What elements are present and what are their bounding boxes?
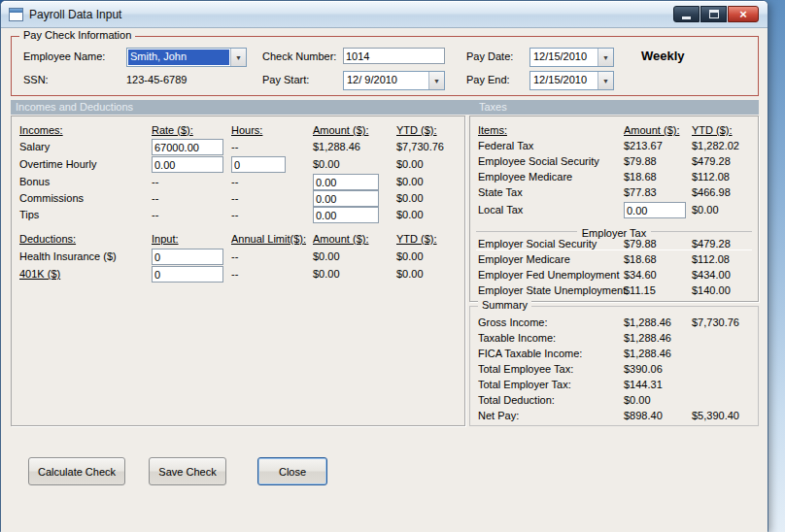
salary-rate-input[interactable] — [152, 139, 223, 155]
hours-col-header: Hours: — [231, 124, 262, 136]
tax-name: Employee Medicare — [478, 171, 572, 183]
pay-end-label: Pay End: — [466, 74, 510, 85]
income-ytd: $0.00 — [396, 158, 424, 170]
tax-ytd: $140.00 — [692, 284, 731, 296]
deduction-amount: $0.00 — [313, 250, 340, 262]
section-header-bar: Incomes and Deductions Taxes — [11, 100, 759, 115]
tax-name: Employer State Unemployment — [478, 284, 626, 296]
taxes-section-header: Taxes — [479, 101, 507, 113]
tax-row-employer-medicare: Employer Medicare $18.68 $112.08 — [470, 253, 758, 269]
tax-ytd: $1,282.02 — [692, 140, 739, 151]
tax-row-state: State Tax $77.83 $466.98 — [470, 186, 758, 202]
incomes-section-header: Incomes and Deductions — [16, 101, 133, 113]
close-window-button[interactable]: × — [728, 6, 759, 22]
tax-ytd: $112.08 — [692, 253, 730, 265]
titlebar[interactable]: Payroll Data Input × — [1, 1, 768, 28]
ytd-col-header: YTD ($): — [396, 233, 437, 245]
employee-name-value: Smith, John — [128, 50, 229, 65]
tax-row-employer-fed-unemployment: Employer Fed Unemployment $34.60 $434.00 — [470, 269, 758, 284]
rate-col-header: Rate ($): — [152, 124, 193, 136]
income-ytd: $0.00 — [396, 209, 424, 220]
health-insurance-input[interactable] — [152, 249, 223, 265]
income-amount: $1,288.46 — [313, 141, 360, 152]
maximize-button[interactable] — [700, 6, 727, 22]
pay-end-value: 12/15/2010 — [530, 72, 597, 89]
overtime-hours-input[interactable] — [231, 156, 286, 173]
employee-name-select[interactable]: Smith, John ▼ — [126, 48, 247, 67]
chevron-down-icon: ▼ — [597, 72, 613, 89]
incomes-header-row: Incomes: Rate ($): Hours: Amount ($): YT… — [12, 124, 464, 140]
incomes-deductions-panel: Incomes: Rate ($): Hours: Amount ($): YT… — [11, 116, 465, 426]
income-rate: -- — [152, 192, 158, 204]
income-ytd: $0.00 — [396, 192, 424, 204]
window-title: Payroll Data Input — [29, 8, 121, 21]
commissions-amount-input[interactable] — [313, 190, 379, 207]
tax-ytd: $466.98 — [692, 186, 731, 198]
chevron-down-icon: ▼ — [230, 49, 246, 66]
summary-name: Net Pay: — [478, 410, 519, 421]
bonus-amount-input[interactable] — [313, 174, 379, 190]
tax-ytd: $112.08 — [692, 171, 730, 183]
deductions-col-header: Deductions: — [19, 233, 76, 245]
close-button[interactable]: Close — [257, 457, 327, 485]
ssn-value: 123-45-6789 — [126, 74, 187, 85]
summary-amount: $1,288.46 — [624, 316, 671, 328]
calculate-check-button[interactable]: Calculate Check — [28, 457, 125, 485]
incomes-col-header: Incomes: — [19, 124, 63, 136]
income-amount: $0.00 — [313, 158, 340, 170]
pay-date-picker[interactable]: 12/15/2010 ▼ — [529, 48, 614, 67]
chevron-down-icon: ▼ — [428, 72, 444, 89]
deduction-row-health-insurance: Health Insurance ($) -- $0.00 $0.00 — [12, 250, 464, 266]
minimize-button[interactable] — [673, 6, 700, 22]
summary-row-employer-tax: Total Employer Tax: $144.31 — [470, 379, 758, 394]
income-row-salary: Salary -- $1,288.46 $7,730.76 — [12, 141, 464, 156]
tax-name: Local Tax — [478, 204, 523, 216]
income-hours: -- — [231, 141, 238, 152]
tax-amount: $79.88 — [624, 155, 657, 167]
deduction-limit: -- — [231, 268, 238, 280]
summary-name: Total Employer Tax: — [478, 379, 571, 390]
summary-legend: Summary — [478, 299, 531, 311]
summary-group: Summary Gross Income: $1,288.46 $7,730.7… — [469, 306, 759, 426]
summary-name: Total Deduction: — [478, 394, 555, 406]
tips-amount-input[interactable] — [313, 207, 379, 223]
tax-row-employer-state-unemployment: Employer State Unemployment $11.15 $140.… — [470, 284, 758, 300]
tax-amount: $18.68 — [624, 171, 657, 183]
k401-input[interactable] — [152, 266, 223, 283]
tax-name: Employee Social Security — [478, 155, 599, 167]
taxes-panel: Items: Amount ($): YTD ($): Federal Tax … — [469, 116, 759, 302]
check-number-input[interactable] — [343, 48, 445, 64]
save-check-button[interactable]: Save Check — [149, 457, 226, 485]
minimize-icon — [682, 17, 691, 19]
pay-end-picker[interactable]: 12/15/2010 ▼ — [529, 71, 614, 90]
amount-col-header: Amount ($): — [313, 124, 368, 136]
ytd-col-header: YTD ($): — [692, 124, 733, 136]
tax-name: Employer Fed Unemployment — [478, 269, 620, 281]
deduction-ytd: $0.00 — [396, 268, 424, 280]
pay-start-value: 12/ 9/2010 — [344, 72, 428, 89]
income-rate: -- — [152, 209, 158, 220]
income-hours: -- — [231, 176, 238, 187]
tax-name: Federal Tax — [478, 140, 533, 151]
tax-row-federal: Federal Tax $213.67 $1,282.02 — [470, 140, 758, 155]
paycheck-info-legend: Pay Check Information — [19, 29, 135, 41]
form-client-area: Pay Check Information Employee Name: Smi… — [1, 28, 768, 532]
summary-row-employee-tax: Total Employee Tax: $390.06 — [470, 363, 758, 379]
summary-name: Total Employee Tax: — [478, 363, 573, 375]
local-tax-input[interactable] — [624, 202, 686, 218]
deduction-401k-link[interactable]: 401K ($) — [19, 268, 60, 280]
income-row-bonus: Bonus -- -- $0.00 — [12, 176, 464, 191]
summary-amount: $898.40 — [624, 410, 663, 421]
pay-start-picker[interactable]: 12/ 9/2010 ▼ — [343, 71, 445, 90]
annual-limit-col-header: Annual Limit($): — [231, 233, 306, 245]
summary-amount: $144.31 — [624, 379, 663, 390]
overtime-rate-input[interactable] — [152, 156, 223, 173]
pay-frequency-text: Weekly — [641, 49, 685, 63]
tax-name: Employer Medicare — [478, 253, 570, 265]
summary-amount: $390.06 — [624, 363, 663, 375]
close-icon: × — [739, 7, 747, 21]
deduction-amount: $0.00 — [313, 268, 340, 280]
tax-ytd: $479.28 — [692, 155, 731, 167]
tax-amount: $34.60 — [624, 269, 657, 281]
summary-row-net-pay: Net Pay: $898.40 $5,390.40 — [470, 410, 758, 425]
